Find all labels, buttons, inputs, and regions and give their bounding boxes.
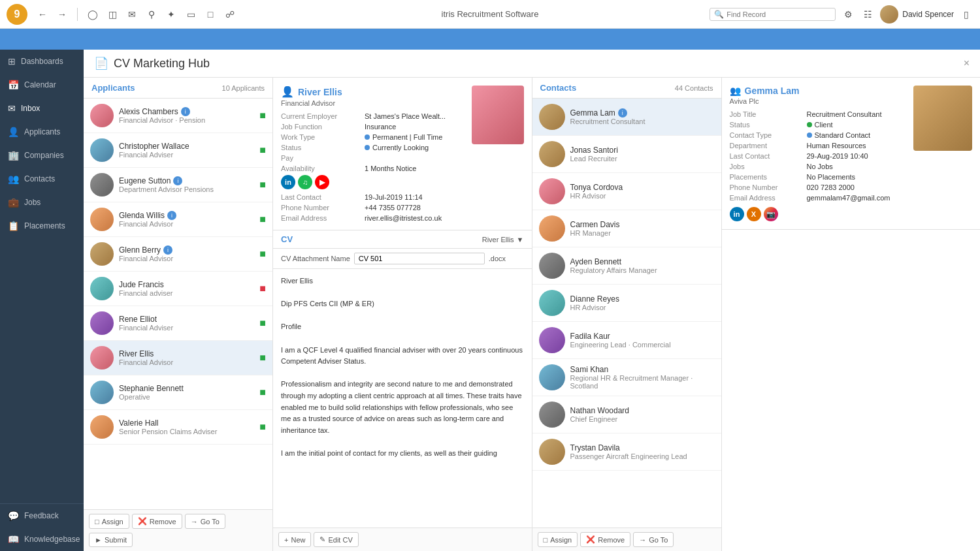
applicant-item[interactable]: Stephanie Bennett Operative ■: [84, 375, 272, 410]
contacts-icon: 👥: [8, 174, 19, 184]
search-input[interactable]: [727, 10, 831, 18]
contact-avatar: [539, 215, 565, 242]
applicants-remove-button[interactable]: ❌ Remove: [132, 514, 182, 529]
contact-role: HR Manager: [570, 229, 620, 237]
applicants-submit-button[interactable]: ► Submit: [89, 533, 133, 547]
sidebar-item-inbox[interactable]: ✉Inbox: [0, 97, 84, 120]
cd-xing-icon[interactable]: X: [747, 207, 761, 221]
applicant-item[interactable]: Eugene Sutton i Department Advisor Pensi…: [84, 168, 272, 202]
sidebar-item-applicants[interactable]: 👤Applicants: [0, 120, 84, 144]
nav-icon-8[interactable]: ☍: [223, 7, 237, 22]
sidebar-item-placements[interactable]: 📋Placements: [0, 214, 84, 238]
sidebar-item-jobs[interactable]: 💼Jobs: [0, 191, 84, 214]
sidebar-item-knowledgebase[interactable]: 📖Knowledgebase: [0, 527, 84, 551]
nav-icon-1[interactable]: ◯: [86, 7, 100, 22]
applicant-name: Valerie Hall: [119, 418, 254, 428]
sidebar-item-contacts[interactable]: 👥Contacts: [0, 167, 84, 191]
contact-avatar: [539, 327, 565, 353]
cv-employer-value: St James's Place Wealt...: [365, 112, 465, 120]
search-box[interactable]: 🔍: [710, 8, 836, 21]
back-button[interactable]: ←: [35, 7, 50, 22]
contact-role: Chief Engineer: [570, 415, 630, 423]
contact-item[interactable]: Nathan Woodard Chief Engineer: [532, 396, 721, 433]
contact-item[interactable]: Ayden Bennett Regulatory Affairs Manager: [532, 247, 721, 285]
cd-instagram-icon[interactable]: 📷: [764, 207, 778, 221]
applicants-assign-button[interactable]: □ Assign: [89, 514, 129, 529]
cd-jobtitle-value: Recruitment Consultant: [807, 110, 907, 118]
sidebar-item-calendar[interactable]: 📅Calendar: [0, 73, 84, 97]
applicant-item[interactable]: Glenn Berry i Financial Advisor ■: [84, 237, 272, 272]
layout-icon[interactable]: ▯: [959, 7, 973, 22]
cd-name[interactable]: Gemma Lam: [745, 86, 800, 96]
applicant-name: Jude Francis: [119, 280, 254, 289]
youtube-icon[interactable]: ▶: [315, 175, 329, 189]
contacts-remove-button[interactable]: ❌ Remove: [580, 532, 630, 547]
applicant-name: Stephanie Bennett: [119, 384, 254, 393]
applicant-item[interactable]: Valerie Hall Senior Pension Claims Advis…: [84, 410, 272, 445]
contact-item[interactable]: Carmen Davis HR Manager: [532, 210, 721, 247]
applicant-item[interactable]: Glenda Willis i Financial Advisor ■: [84, 202, 272, 237]
cd-status-value: Client: [807, 121, 907, 129]
contact-item[interactable]: Trystan Davila Passenger Aircraft Engine…: [532, 433, 721, 471]
sidebar-label-contacts: Contacts: [24, 174, 55, 183]
contact-info: Dianne Reyes HR Advisor: [570, 294, 619, 311]
applicants-count: 10 Applicants: [222, 84, 265, 92]
applicant-item[interactable]: Alexis Chambers i Financial Advisor · Pe…: [84, 99, 272, 133]
applicant-name: Christopher Wallace: [119, 142, 254, 151]
close-button[interactable]: ×: [964, 57, 970, 69]
applicant-item[interactable]: Rene Elliot Financial Adviser ■: [84, 306, 272, 341]
sidebar-item-feedback[interactable]: 💬Feedback: [0, 504, 84, 527]
info-badge: i: [173, 176, 182, 185]
applicant-item[interactable]: Jude Francis Financial adviser ■: [84, 272, 272, 306]
settings-icon[interactable]: ⚙: [841, 7, 855, 22]
applicant-info: Eugene Sutton i Department Advisor Pensi…: [119, 176, 254, 193]
nav-icon-6[interactable]: ▭: [184, 7, 198, 22]
cv-applicant-name[interactable]: River Ellis: [298, 87, 342, 97]
cv-owner-dropdown[interactable]: ▼: [517, 236, 524, 244]
contact-name: Trystan Davila: [570, 443, 687, 452]
sidebar-item-companies[interactable]: 🏢Companies: [0, 144, 84, 167]
contacts-goto-button[interactable]: → Go To: [633, 532, 674, 547]
cd-linkedin-icon[interactable]: in: [730, 207, 744, 221]
cv-att-input[interactable]: [354, 253, 485, 264]
applicant-role: Financial Advisor · Pension: [119, 116, 254, 124]
nav-icon-3[interactable]: ✉: [125, 7, 139, 22]
contact-item[interactable]: Gemma Lam i Recruitment Consultant: [532, 99, 721, 136]
grid-icon[interactable]: ☷: [860, 7, 875, 22]
cd-dept-value: Human Resources: [807, 142, 907, 150]
contact-item[interactable]: Fadila Kaur Engineering Lead · Commercia…: [532, 322, 721, 359]
contact-role: Passenger Aircraft Engineering Lead: [570, 452, 687, 460]
app-title: itris Recruitment Software: [442, 9, 539, 19]
nav-icon-4[interactable]: ⚲: [144, 7, 159, 22]
contact-role: Engineering Lead · Commercial: [570, 341, 671, 349]
cv-edit-button[interactable]: ✎ Edit CV: [314, 532, 358, 547]
feedback-icon: 💬: [8, 511, 19, 521]
contacts-assign-button[interactable]: □ Assign: [538, 532, 578, 547]
cd-header: 👥 Gemma Lam Aviva Plc Job Title Recruitm…: [722, 78, 981, 230]
sidebar-item-dashboards[interactable]: ⊞Dashboards: [0, 50, 84, 73]
contacts-count: 44 Contacts: [675, 84, 713, 92]
cv-name-row: 👤 River Ellis: [281, 86, 465, 98]
contact-item[interactable]: Sami Khan Regional HR & Recruitment Mana…: [532, 359, 721, 396]
linkedin-icon[interactable]: in: [281, 175, 295, 189]
nav-icon-2[interactable]: ◫: [105, 7, 120, 22]
applicant-item[interactable]: River Ellis Financial Advisor ■: [84, 341, 272, 375]
contact-name: Ayden Bennett: [570, 257, 657, 266]
spotify-icon[interactable]: ♫: [298, 175, 312, 189]
status-green-dot: [807, 122, 812, 127]
forward-button[interactable]: →: [55, 7, 69, 22]
nav-icon-5[interactable]: ✦: [164, 7, 178, 22]
cv-new-button[interactable]: + New: [278, 532, 311, 547]
applicant-item[interactable]: Christopher Wallace Financial Adviser ■: [84, 133, 272, 168]
contact-item[interactable]: Jonas Santori Lead Recruiter: [532, 136, 721, 173]
cd-phone-value: 020 7283 2000: [807, 183, 907, 191]
contact-item[interactable]: Tonya Cordova HR Advisor: [532, 173, 721, 210]
contact-avatar: [539, 290, 565, 316]
applicants-goto-button[interactable]: → Go To: [185, 514, 225, 529]
nav-icon-7[interactable]: □: [203, 7, 218, 22]
remove-icon: ❌: [138, 517, 147, 526]
contact-item[interactable]: Dianne Reyes HR Advisor: [532, 285, 721, 322]
cv-applicant-avatar: [472, 86, 524, 144]
cv-worktype-label: Work Type: [281, 133, 359, 141]
applicant-info: Glenn Berry i Financial Advisor: [119, 245, 254, 262]
